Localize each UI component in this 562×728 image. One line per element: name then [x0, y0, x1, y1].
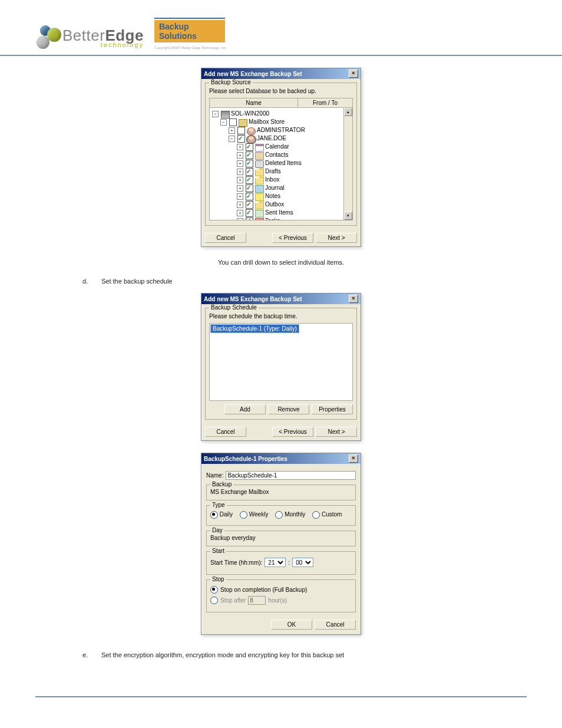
expander-icon[interactable]: +	[237, 193, 243, 200]
stop-group: Stop Stop on completion (Full Backup) St…	[206, 579, 356, 612]
scrollbar[interactable]: ▴ ▾	[343, 108, 352, 220]
hour-select[interactable]: 21	[265, 558, 286, 567]
checkbox[interactable]	[246, 201, 253, 209]
step-text: Set the encryption algorithm, encryption…	[101, 651, 344, 658]
expander-icon[interactable]: +	[237, 152, 243, 159]
tree-item[interactable]: Contacts	[265, 151, 288, 159]
footer-divider	[35, 696, 527, 697]
expander-icon[interactable]: +	[237, 202, 243, 208]
checkbox[interactable]	[246, 160, 253, 167]
tree-admin[interactable]: ADMINISTRATOR	[257, 126, 305, 134]
name-input[interactable]	[226, 471, 356, 480]
radio-label: Daily	[220, 511, 233, 518]
tree-item[interactable]: Sent Items	[265, 209, 293, 217]
tree-item[interactable]: Inbox	[265, 176, 279, 184]
radio-weekly[interactable]	[240, 511, 247, 519]
expander-icon[interactable]: −	[229, 136, 235, 142]
previous-button[interactable]: < Previous	[272, 427, 313, 437]
product-copyright: Copyright 2008© Better Edge Technology, …	[154, 46, 227, 50]
logo-mark	[35, 25, 60, 50]
dialog-schedule-properties: BackupSchedule-1 Properties × Name: Back…	[201, 453, 361, 635]
checkbox[interactable]	[246, 218, 253, 221]
expander-icon[interactable]: +	[237, 210, 243, 216]
expander-icon[interactable]: +	[229, 127, 235, 134]
add-button[interactable]: Add	[224, 404, 266, 414]
schedule-list-item[interactable]: BackupSchedule-1 (Type: Daily)	[210, 324, 299, 333]
expander-icon[interactable]: +	[237, 169, 243, 175]
logo: BetterEdge technology	[35, 25, 144, 50]
instruction-text: Please select Database to be backed up.	[209, 88, 353, 94]
caption-drilldown: You can drill down to select individual …	[201, 259, 361, 266]
tree-mailbox[interactable]: Mailbox Store	[249, 118, 285, 126]
start-time-label: Start Time (hh:mm):	[210, 559, 262, 566]
list-header: Name From / To	[209, 98, 353, 108]
step-letter: e.	[82, 651, 91, 658]
cancel-button[interactable]: Cancel	[205, 427, 246, 437]
expander-icon[interactable]: −	[220, 119, 227, 126]
name-label: Name:	[206, 472, 223, 479]
close-icon[interactable]: ×	[349, 295, 358, 303]
tree-jane[interactable]: JANE.DOE	[257, 134, 286, 143]
checkbox[interactable]	[246, 209, 253, 217]
checkbox[interactable]	[246, 185, 253, 192]
schedule-listbox[interactable]: BackupSchedule-1 (Type: Daily)	[209, 323, 353, 401]
server-icon	[221, 111, 230, 118]
checkbox[interactable]	[246, 193, 253, 200]
folder-tree[interactable]: −SOL-WIN2000 −Mailbox Store +ADMINISTRAT…	[210, 108, 352, 220]
stop-after-input	[248, 596, 266, 605]
column-from-to[interactable]: From / To	[298, 98, 352, 107]
scroll-up-icon[interactable]: ▴	[344, 108, 352, 116]
checkbox[interactable]	[246, 151, 253, 159]
expander-icon[interactable]: +	[237, 177, 243, 183]
folder-icon	[255, 202, 264, 209]
expander-icon[interactable]: +	[237, 218, 243, 221]
remove-button[interactable]: Remove	[268, 404, 309, 414]
backup-source-group: Backup Source Please select Database to …	[205, 83, 357, 226]
radio-daily[interactable]	[210, 511, 218, 519]
scroll-down-icon[interactable]: ▾	[344, 212, 352, 220]
database-icon	[239, 119, 247, 127]
tree-item[interactable]: Calendar	[265, 143, 289, 151]
next-button[interactable]: Next >	[316, 233, 357, 243]
checkbox[interactable]	[237, 127, 245, 134]
checkbox[interactable]	[246, 176, 253, 184]
logo-word1: Better	[62, 27, 105, 44]
tree-item[interactable]: Notes	[265, 192, 280, 200]
contacts-icon	[255, 152, 264, 160]
radio-custom[interactable]	[312, 511, 320, 519]
column-name[interactable]: Name	[210, 98, 298, 107]
close-icon[interactable]: ×	[349, 454, 358, 463]
tree-item[interactable]: Journal	[265, 184, 285, 192]
tree-item[interactable]: Outbox	[265, 200, 284, 209]
close-icon[interactable]: ×	[349, 70, 358, 78]
expander-icon[interactable]: +	[237, 160, 243, 167]
previous-button[interactable]: < Previous	[272, 233, 313, 243]
cancel-button[interactable]: Cancel	[205, 233, 246, 243]
checkbox[interactable]	[246, 168, 253, 176]
expander-icon[interactable]: +	[237, 185, 243, 192]
radio-stop-after[interactable]	[210, 597, 218, 604]
tree-item[interactable]: Drafts	[265, 167, 281, 176]
properties-button[interactable]: Properties	[312, 404, 353, 414]
page-header: BetterEdge technology Backup Solutions C…	[0, 18, 562, 56]
folder-icon	[255, 177, 264, 185]
expander-icon[interactable]: −	[212, 111, 219, 117]
expander-icon[interactable]: +	[237, 144, 243, 150]
day-value: Backup everyday	[210, 535, 352, 541]
tree-item[interactable]: Tasks	[265, 217, 280, 220]
checkbox[interactable]	[246, 143, 253, 151]
step-letter: d.	[82, 278, 91, 285]
radio-stop-completion[interactable]	[210, 586, 218, 594]
tree-root[interactable]: SOL-WIN2000	[231, 110, 269, 118]
tree-item[interactable]: Deleted Items	[265, 159, 302, 167]
minute-select[interactable]: 00	[292, 558, 313, 567]
next-button[interactable]: Next >	[316, 427, 357, 437]
cancel-button[interactable]: Cancel	[315, 620, 356, 630]
step-d: d. Set the backup schedule	[82, 278, 503, 285]
ok-button[interactable]: OK	[271, 620, 312, 630]
dialog-title: BackupSchedule-1 Properties	[204, 456, 287, 462]
group-legend: Backup	[210, 481, 233, 487]
checkbox[interactable]	[237, 135, 245, 143]
checkbox[interactable]	[229, 118, 237, 126]
radio-monthly[interactable]	[275, 511, 283, 519]
